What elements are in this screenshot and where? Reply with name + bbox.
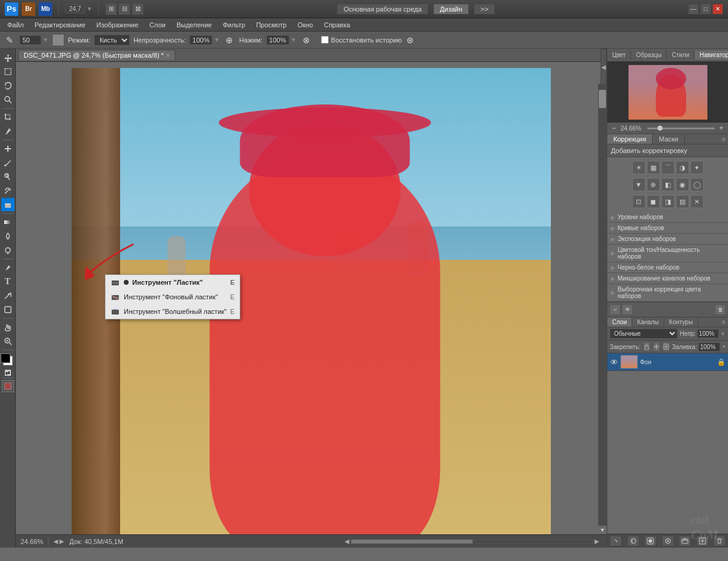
ctx-eraser[interactable]: Инструмент "Ластик" E bbox=[106, 275, 240, 290]
minimize-btn[interactable]: — bbox=[688, 4, 699, 15]
scroll-right-btn[interactable]: ▶ bbox=[595, 538, 599, 545]
restore-btn[interactable]: □ bbox=[700, 4, 711, 15]
curves-corr-icon[interactable]: ⌒ bbox=[661, 161, 675, 174]
scroll-down-btn[interactable]: ▼ bbox=[598, 526, 607, 534]
eyedropper-tool[interactable] bbox=[1, 124, 15, 138]
selective-corr-icon[interactable]: ✕ bbox=[690, 195, 704, 208]
brightness-corr-icon[interactable]: ☀ bbox=[632, 161, 645, 174]
colorbalance-corr-icon[interactable]: ⊕ bbox=[647, 178, 660, 191]
brush-size-input[interactable] bbox=[19, 35, 41, 45]
menu-select[interactable]: Выделение bbox=[172, 20, 217, 30]
gradient-map-corr-icon[interactable]: ▤ bbox=[676, 195, 689, 208]
workspace-main-btn[interactable]: Основная рабочая среда bbox=[337, 4, 428, 15]
history-icon[interactable]: ⊛ bbox=[404, 34, 416, 46]
nav-zoom-in-btn[interactable]: + bbox=[717, 124, 726, 132]
nav-slider-thumb[interactable] bbox=[658, 126, 662, 131]
mode-select[interactable]: Кисть bbox=[94, 35, 130, 46]
tab-correction[interactable]: Коррекция bbox=[607, 134, 653, 144]
corr-return-icon[interactable]: ⤶ bbox=[610, 304, 621, 315]
history-brush-tool[interactable] bbox=[1, 184, 15, 197]
adj-selective[interactable]: ▶ Выборочная коррекция цвета наборов bbox=[607, 284, 728, 302]
tab-channels[interactable]: Каналы bbox=[632, 318, 664, 327]
hand-tool[interactable] bbox=[1, 321, 15, 334]
nav-zoom-slider[interactable] bbox=[647, 127, 715, 129]
levels-corr-icon[interactable]: ▦ bbox=[647, 161, 660, 174]
fill-input[interactable] bbox=[698, 342, 720, 352]
healing-tool[interactable] bbox=[1, 142, 15, 155]
layers-panel-menu-btn[interactable]: ≡ bbox=[722, 319, 726, 325]
tab-paths[interactable]: Контуры bbox=[664, 318, 698, 327]
tab-navigator[interactable]: Навигатор bbox=[695, 50, 728, 59]
exposure-corr-icon[interactable]: ◑ bbox=[676, 161, 689, 174]
adj-channelmix[interactable]: ▶ Микширование каналов наборов bbox=[607, 273, 728, 284]
corr-trash-icon[interactable]: 🗑 bbox=[715, 304, 726, 315]
adj-hue[interactable]: ▶ Цветовой тон/Насыщенность наборов bbox=[607, 245, 728, 262]
brush-picker[interactable] bbox=[52, 34, 64, 46]
h-scroll-track[interactable] bbox=[351, 539, 593, 544]
status-prev[interactable]: ◀ bbox=[53, 538, 58, 545]
foreground-color[interactable] bbox=[1, 353, 10, 363]
close-btn[interactable]: ✕ bbox=[712, 4, 723, 15]
nav-zoom-out-btn[interactable]: − bbox=[610, 124, 618, 132]
dodge-tool[interactable] bbox=[1, 243, 15, 257]
scroll-thumb[interactable] bbox=[599, 90, 606, 108]
pressure-opacity-icon[interactable]: ⊕ bbox=[223, 34, 235, 46]
horizontal-scrollbar[interactable]: ◀ ▶ bbox=[345, 538, 599, 545]
tab-close-btn[interactable]: × bbox=[166, 52, 170, 59]
layer-style-btn[interactable]: f bbox=[627, 536, 639, 546]
swap-colors-icon[interactable]: ⇄ bbox=[5, 370, 11, 376]
status-next[interactable]: ▶ bbox=[59, 538, 64, 545]
adj-bw[interactable]: ▶ Черно-белое наборов bbox=[607, 262, 728, 273]
lock-all-btn[interactable] bbox=[662, 342, 670, 352]
menu-image[interactable]: Изображение bbox=[92, 20, 143, 30]
threshold-corr-icon[interactable]: ◨ bbox=[661, 195, 675, 208]
gradient-tool[interactable] bbox=[1, 216, 15, 229]
ctx-magic-eraser[interactable]: Инструмент "Волшебный ластик" E bbox=[106, 304, 240, 319]
menu-help[interactable]: Справка bbox=[319, 20, 355, 30]
ctx-bg-eraser[interactable]: Инструмент "Фоновый ластик" E bbox=[106, 290, 240, 304]
zoom-dropdown[interactable]: 24,7 bbox=[65, 4, 85, 13]
adj-curves[interactable]: ▶ Кривые наборов bbox=[607, 223, 728, 234]
menu-view[interactable]: Просмотр bbox=[251, 20, 291, 30]
menu-window[interactable]: Окно bbox=[292, 20, 318, 30]
blend-mode-select[interactable]: Обычные bbox=[610, 328, 678, 339]
status-nav-arrows[interactable]: ◀ ▶ bbox=[53, 538, 64, 545]
canvas[interactable]: Инструмент "Ластик" E Инструмент "Фоновы… bbox=[72, 68, 551, 534]
bridge-icon[interactable]: Br bbox=[22, 2, 35, 16]
hue-corr-icon[interactable]: ▼ bbox=[632, 178, 645, 191]
menu-file[interactable]: Файл bbox=[2, 20, 29, 30]
opacity-input[interactable] bbox=[697, 329, 719, 338]
tab-styles[interactable]: Стили bbox=[667, 50, 695, 59]
invert-corr-icon[interactable]: ⊡ bbox=[632, 195, 645, 208]
bw-corr-icon[interactable]: ◧ bbox=[661, 178, 675, 191]
lock-pixels-btn[interactable] bbox=[643, 342, 650, 352]
selection-tool[interactable] bbox=[1, 65, 15, 78]
move-tool[interactable] bbox=[1, 51, 15, 64]
layer-adj-btn[interactable] bbox=[662, 536, 674, 546]
path-select-tool[interactable] bbox=[1, 289, 15, 302]
lock-move-btn[interactable] bbox=[653, 342, 660, 352]
eraser-tool[interactable] bbox=[1, 198, 15, 211]
scroll-left-btn[interactable]: ◀ bbox=[345, 538, 349, 545]
layer-link-btn[interactable] bbox=[610, 536, 622, 546]
vertical-scrollbar[interactable]: ▲ ▼ bbox=[598, 75, 607, 534]
correction-panel-menu[interactable]: ≡ bbox=[722, 136, 726, 143]
lasso-tool[interactable] bbox=[1, 79, 15, 92]
pressure-flow-icon[interactable]: ⊗ bbox=[300, 34, 312, 46]
tab-color[interactable]: Цвет bbox=[607, 50, 631, 59]
brush-tool[interactable] bbox=[1, 156, 15, 169]
view-btn-3[interactable]: ⊠ bbox=[132, 3, 144, 15]
channelmixer-corr-icon[interactable]: ◯ bbox=[690, 178, 704, 191]
tab-swatches[interactable]: Образцы bbox=[631, 50, 667, 59]
fill-down-icon[interactable]: ▼ bbox=[721, 344, 727, 350]
photofilter-corr-icon[interactable]: ◉ bbox=[676, 178, 689, 191]
workspace-design-btn[interactable]: Дизайн bbox=[433, 4, 469, 15]
corr-eye-icon[interactable]: 👁 bbox=[622, 304, 633, 315]
flow-value[interactable]: 100% bbox=[266, 35, 289, 45]
text-tool[interactable]: T bbox=[1, 275, 15, 288]
crop-tool[interactable] bbox=[1, 110, 15, 124]
blur-tool[interactable] bbox=[1, 229, 15, 243]
layer-group-btn[interactable] bbox=[679, 536, 691, 546]
tab-layers[interactable]: Слои bbox=[607, 318, 632, 327]
tab-masks[interactable]: Маски bbox=[653, 134, 685, 144]
